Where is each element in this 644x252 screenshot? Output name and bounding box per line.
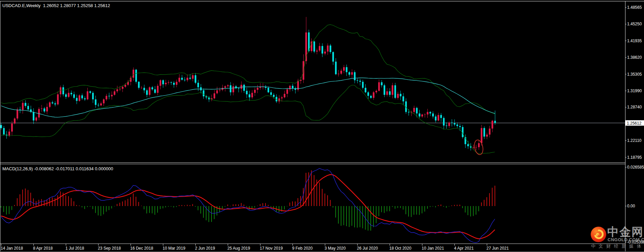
macd-histogram-bar — [117, 204, 117, 206]
time-axis-label[interactable]: 10 Jan 2021 — [422, 246, 444, 251]
candle-body — [313, 42, 315, 52]
candle-body — [254, 90, 256, 93]
macd-histogram-bar — [419, 206, 420, 215]
candle-body — [81, 95, 83, 98]
macd-histogram-bar — [314, 175, 314, 206]
time-axis-label[interactable]: 18 Oct 2020 — [389, 246, 412, 251]
candle-body — [119, 89, 121, 89]
macd-histogram-bar — [435, 206, 436, 207]
macd-axis-label: 0.00 — [627, 204, 635, 208]
candle-body — [394, 85, 396, 98]
macd-histogram-bar — [322, 189, 323, 206]
candle-body — [486, 134, 488, 136]
candle-body — [305, 32, 307, 61]
candle-body — [178, 78, 180, 82]
macd-histogram-bar — [405, 206, 406, 214]
macd-histogram-bar — [343, 206, 344, 225]
macd-histogram-bar — [292, 201, 293, 206]
price-axis-label: 1.48565 — [627, 5, 642, 10]
candle-body — [181, 78, 183, 80]
candle-body — [35, 118, 37, 121]
candle-body — [79, 95, 80, 101]
macd-histogram-bar — [3, 206, 4, 212]
macd-histogram-bar — [84, 206, 85, 209]
candle-body — [124, 85, 126, 87]
macd-histogram-bar — [246, 206, 247, 207]
candle-body — [451, 123, 453, 123]
time-axis-label[interactable]: 3 May 2020 — [325, 246, 346, 251]
time-axis-label[interactable]: 9 Feb 2020 — [292, 246, 313, 251]
candle-body — [62, 87, 64, 94]
candle-body — [257, 88, 258, 90]
candle-body — [17, 109, 18, 119]
time-axis-label[interactable]: 25 Aug 2019 — [227, 246, 250, 251]
macd-histogram-bar — [376, 206, 376, 223]
macd-histogram-bar — [454, 205, 455, 206]
candle-body — [284, 94, 285, 97]
time-axis-label[interactable]: 2 Jun 2019 — [195, 246, 215, 251]
macd-histogram-bar — [187, 205, 188, 206]
macd-histogram-bar — [171, 206, 171, 207]
macd-histogram-bar — [279, 206, 279, 212]
time-axis-label[interactable]: 8 Apr 2018 — [33, 246, 53, 251]
macd-histogram-bar — [103, 206, 104, 214]
macd-histogram-bar — [430, 206, 430, 207]
macd-histogram-bar — [298, 198, 298, 206]
time-axis-label[interactable]: 10 Mar 2019 — [163, 246, 186, 251]
macd-histogram-bar — [52, 197, 53, 206]
macd-histogram-bar — [163, 206, 163, 208]
macd-histogram-bar — [486, 197, 487, 206]
candle-body — [184, 80, 186, 80]
candlestick-chart-canvas[interactable]: 1.485651.452501.419351.386201.353051.319… — [0, 0, 644, 252]
macd-histogram-bar — [303, 188, 304, 206]
candle-body — [22, 103, 24, 110]
candle-body — [351, 72, 353, 75]
terminal-chart-window: USDCAD.E,Weekly 1.26052 1.28077 1.25258 … — [0, 0, 644, 252]
candle-body — [89, 91, 91, 93]
macd-histogram-bar — [354, 206, 355, 227]
candle-body — [389, 91, 391, 95]
candle-body — [346, 67, 347, 72]
candle-body — [421, 115, 423, 117]
candle-body — [384, 85, 385, 95]
macd-histogram-bar — [155, 206, 155, 215]
candle-body — [286, 89, 288, 94]
macd-histogram-bar — [60, 192, 61, 206]
macd-histogram-bar — [262, 203, 263, 206]
macd-histogram-bar — [160, 206, 161, 209]
time-axis-label[interactable]: 14 Jan 2018 — [1, 246, 23, 251]
macd-histogram-bar — [173, 206, 174, 207]
macd-histogram-bar — [432, 206, 433, 206]
candle-body — [456, 125, 458, 126]
candle-body — [429, 112, 431, 113]
time-axis-label[interactable]: 1 Jul 2018 — [65, 246, 84, 251]
candle-body — [11, 124, 13, 132]
time-axis-label[interactable]: 16 Dec 2018 — [130, 246, 153, 251]
macd-histogram-bar — [176, 206, 177, 207]
candle-body — [197, 83, 199, 87]
candle-body — [321, 46, 323, 53]
time-axis-label[interactable]: 4 Apr 2021 — [454, 246, 474, 251]
candle-body — [176, 82, 177, 85]
macd-histogram-bar — [233, 204, 233, 206]
macd-histogram-bar — [265, 203, 266, 206]
macd-histogram-bar — [465, 206, 466, 212]
macd-histogram-bar — [478, 206, 479, 211]
time-axis-label[interactable]: 17 Nov 2019 — [260, 246, 283, 251]
time-axis-label[interactable]: 23 Sep 2018 — [98, 246, 121, 251]
candle-body — [370, 96, 372, 98]
time-axis-label[interactable]: 27 Jun 2021 — [486, 246, 509, 251]
time-axis-label[interactable]: 26 Jul 2020 — [357, 246, 378, 251]
candle-body — [187, 78, 188, 80]
macd-histogram-bar — [260, 204, 260, 206]
macd-histogram-bar — [101, 206, 101, 216]
bollinger-lower-band — [1, 85, 495, 154]
candle-body — [84, 98, 86, 99]
moving-average-line — [1, 78, 495, 118]
macd-histogram-bar — [473, 206, 474, 216]
macd-histogram-bar — [149, 206, 150, 213]
candle-body — [111, 95, 113, 96]
macd-histogram-bar — [141, 206, 142, 206]
macd-histogram-bar — [468, 206, 468, 215]
macd-histogram-bar — [489, 193, 490, 206]
